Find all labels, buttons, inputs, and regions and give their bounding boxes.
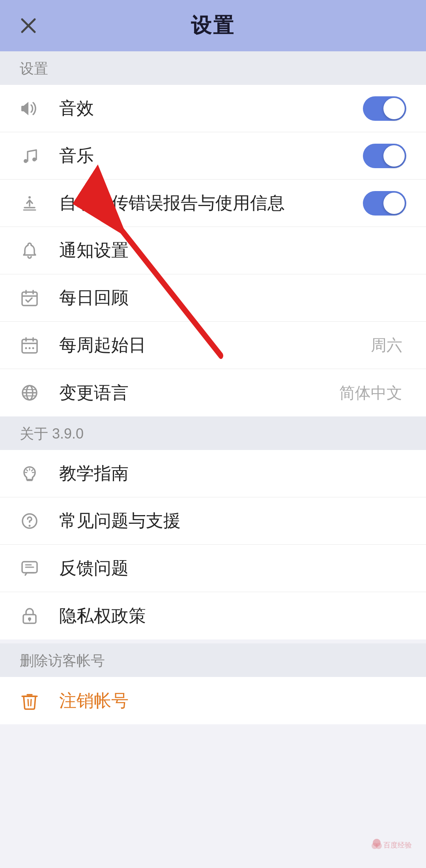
globe-icon xyxy=(20,383,47,403)
sound-label: 音效 xyxy=(59,97,363,120)
about-section-header: 关于 3.9.0 xyxy=(0,416,426,450)
svg-point-20 xyxy=(372,843,378,849)
auto-upload-toggle[interactable] xyxy=(363,191,406,216)
settings-row-faq[interactable]: 常见问题与支援 xyxy=(0,497,426,545)
calendar-icon xyxy=(20,336,47,355)
music-label: 音乐 xyxy=(59,144,363,167)
svg-point-21 xyxy=(376,843,382,849)
music-toggle[interactable] xyxy=(363,144,406,168)
svg-rect-8 xyxy=(22,339,37,353)
tutorial-label: 教学指南 xyxy=(59,462,406,485)
delete-section-header: 删除访客帐号 xyxy=(0,643,426,677)
week-start-label: 每周起始日 xyxy=(59,334,371,357)
music-toggle-knob xyxy=(383,145,405,167)
settings-row-sound[interactable]: 音效 xyxy=(0,85,426,132)
sound-icon xyxy=(20,99,47,118)
bulb-icon xyxy=(20,464,47,484)
header: 设置 xyxy=(0,0,426,51)
feedback-label: 反馈问题 xyxy=(59,557,406,580)
faq-label: 常见问题与支援 xyxy=(59,509,406,532)
svg-point-19 xyxy=(373,839,381,847)
privacy-label: 隐私权政策 xyxy=(59,604,406,628)
settings-row-language[interactable]: 变更语言 简体中文 xyxy=(0,369,426,416)
page-title: 设置 xyxy=(191,12,235,39)
daily-review-label: 每日回顾 xyxy=(59,286,406,309)
language-value: 简体中文 xyxy=(339,382,402,404)
svg-text:百度经验: 百度经验 xyxy=(383,841,412,849)
svg-point-6 xyxy=(28,196,31,199)
chat-icon xyxy=(20,559,47,578)
language-label: 变更语言 xyxy=(59,381,339,405)
trash-icon xyxy=(20,691,47,711)
close-icon xyxy=(19,16,38,35)
bell-icon xyxy=(20,241,47,261)
settings-rows-container: 音效 音乐 xyxy=(0,85,426,416)
about-list: 教学指南 常见问题与支援 反馈问题 xyxy=(0,450,426,639)
auto-upload-label: 自动上传错误报告与使用信息 xyxy=(59,191,363,215)
week-start-value: 周六 xyxy=(371,334,402,356)
close-button[interactable] xyxy=(16,13,41,38)
help-icon xyxy=(20,511,47,531)
svg-point-11 xyxy=(32,347,34,349)
baidu-watermark: 百度经验 xyxy=(367,835,414,856)
notification-label: 通知设置 xyxy=(59,239,406,262)
settings-row-music[interactable]: 音乐 xyxy=(0,132,426,180)
settings-row-notification[interactable]: 通知设置 xyxy=(0,227,426,274)
settings-row-feedback[interactable]: 反馈问题 xyxy=(0,545,426,592)
svg-point-15 xyxy=(29,525,31,527)
music-icon xyxy=(20,146,47,166)
svg-point-4 xyxy=(24,159,28,163)
svg-rect-7 xyxy=(22,292,37,306)
svg-point-9 xyxy=(29,347,31,349)
settings-row-auto-upload[interactable]: 自动上传错误报告与使用信息 xyxy=(0,180,426,227)
svg-point-5 xyxy=(32,157,36,161)
svg-point-10 xyxy=(25,347,27,349)
settings-row-deregister[interactable]: 注销帐号 xyxy=(0,677,426,724)
settings-list: 音效 音乐 xyxy=(0,85,426,416)
lock-icon xyxy=(20,606,47,626)
settings-row-week-start[interactable]: 每周起始日 周六 xyxy=(0,322,426,369)
auto-upload-toggle-knob xyxy=(383,193,405,214)
settings-row-privacy[interactable]: 隐私权政策 xyxy=(0,592,426,639)
upload-icon xyxy=(20,193,47,213)
calendar-check-icon xyxy=(20,288,47,308)
sound-toggle-knob xyxy=(383,98,405,119)
settings-section-header: 设置 xyxy=(0,51,426,85)
sound-toggle[interactable] xyxy=(363,96,406,121)
settings-row-daily-review[interactable]: 每日回顾 xyxy=(0,274,426,322)
settings-row-tutorial[interactable]: 教学指南 xyxy=(0,450,426,497)
deregister-label: 注销帐号 xyxy=(59,689,129,712)
